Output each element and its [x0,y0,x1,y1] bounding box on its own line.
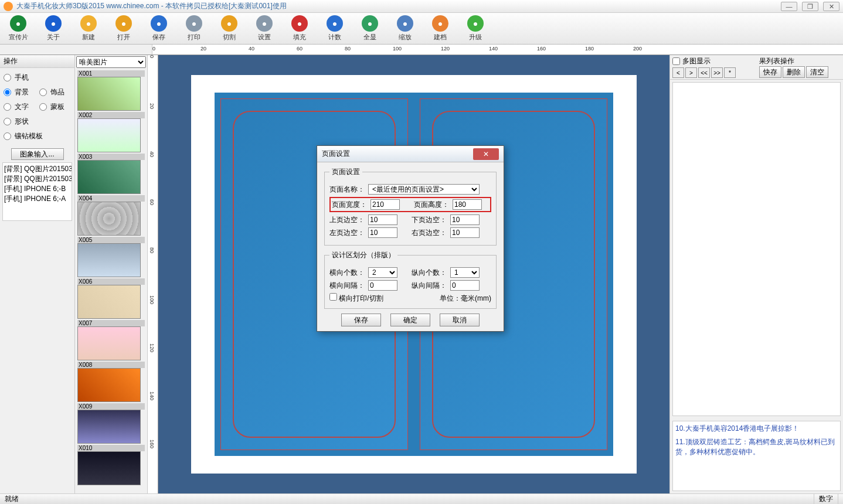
vgap-label: 纵向间隔： [412,281,447,291]
thumbnail-X008[interactable]: X008 [77,362,145,402]
main-toolbar: ●宣传片●关于●新建●打开●保存●打印●切割●设置●填充●计数●全显●缩放●建档… [0,13,843,45]
layer-item[interactable]: [背景] QQ图片20150313 [4,174,70,184]
toolbar-缩放[interactable]: ●缩放 [393,15,417,42]
toolbar-填充[interactable]: ●填充 [287,15,312,42]
thumbnail-X007[interactable]: X007 [77,320,145,360]
hgap-input[interactable] [368,280,397,291]
thumbnail-X005[interactable]: X005 [77,237,145,277]
hprint-checkbox[interactable] [329,293,337,301]
radio-shape[interactable] [4,118,11,125]
dialog-ok-button[interactable]: 确定 [390,314,430,326]
toolbar-建档[interactable]: ●建档 [428,15,453,42]
thumbnail-X009[interactable]: X009 [77,403,145,444]
vgap-input[interactable] [450,280,480,291]
radio-diamond[interactable] [4,132,11,140]
toolbar-全显[interactable]: ●全显 [358,15,382,42]
right-top-controls: 多图显示 < > << >> * 果列表操作 快存 删除 清空 [670,55,843,80]
layer-list[interactable]: [背景] QQ图片20150313[背景] QQ图片20150313[手机] I… [2,162,72,221]
thumbnail-X001[interactable]: X001 [77,70,145,111]
dialog-title-bar[interactable]: 页面设置 ✕ [317,146,504,162]
vcount-select[interactable]: 1 [450,267,480,278]
page-height-input[interactable] [453,199,482,210]
bottom-margin-input[interactable] [450,214,480,225]
nav-all[interactable]: * [724,67,736,78]
toolbar-打开[interactable]: ●打开 [111,15,136,42]
radio-text[interactable] [4,103,11,111]
nav-last[interactable]: >> [711,67,723,78]
toolbar-关于[interactable]: ●关于 [41,15,66,42]
hcount-label: 横向个数： [329,268,365,278]
left-margin-input[interactable] [368,227,397,238]
layout-legend: 设计区划分（排版） [329,250,397,260]
vertical-ruler: 020406080100120140160 [148,55,158,493]
thumbnail-panel: 唯美图片 X001X002X003X004X005X006X007X008X00… [75,55,148,493]
radio-phone-label: 手机 [15,73,29,83]
quick-save-button[interactable]: 快存 [759,66,781,78]
delete-button[interactable]: 删除 [783,66,805,78]
layer-item[interactable]: [手机] IPHONE 6;-B [4,184,70,194]
operations-title: 操作 [0,55,74,68]
page-width-label: 页面宽度： [332,200,367,210]
top-margin-label: 上页边空： [329,215,365,225]
dialog-close-button[interactable]: ✕ [473,148,499,160]
news-item-2: 11.顶级双层铸造工艺：高档鳄鱼皮,斑马纹材料已到货，多种材料优惠促销中。 [675,437,838,457]
thumbnail-X003[interactable]: X003 [77,154,145,194]
page-name-select[interactable]: <最近使用的页面设置> [368,184,480,195]
unit-label: 单位：毫米(mm) [440,294,491,304]
dialog-buttons: 保存 确定 取消 [324,314,497,326]
toolbar-打印[interactable]: ●打印 [182,15,206,42]
page-width-input[interactable] [370,199,400,210]
page-height-label: 页面高度： [414,200,449,210]
nav-next[interactable]: > [685,67,697,78]
toolbar-计数[interactable]: ●计数 [322,15,347,42]
toolbar-新建[interactable]: ●新建 [76,15,101,42]
toolbar-切割[interactable]: ●切割 [217,15,242,42]
left-margin-label: 左页边空： [329,228,365,238]
thumbnail-scroll[interactable]: X001X002X003X004X005X006X007X008X009X010 [75,69,147,493]
right-margin-input[interactable] [450,227,480,238]
thumbnail-X002[interactable]: X002 [77,112,145,152]
title-bar: 大秦手机化妆大师3D版2015 www.chinee.com - 本软件拷贝已授… [0,0,843,13]
radio-shape-label: 形状 [15,117,29,127]
news-panel: 10.大秦手机美容2014香港电子展掠影！ 11.顶级双层铸造工艺：高档鳄鱼皮,… [672,421,841,491]
category-radios: 手机 背景 饰品 文字 蒙板 形状 镶钻模板 [0,68,74,146]
minimize-button[interactable]: — [781,2,797,11]
radio-diamond-label: 镶钻模板 [15,131,43,141]
toolbar-宣传片[interactable]: ●宣传片 [6,15,30,42]
result-list[interactable] [672,82,841,416]
ruler-corner [0,45,152,55]
hcount-select[interactable]: 2 [368,267,397,278]
radio-ornament[interactable] [39,88,47,96]
page-settings-group: 页面设置 页面名称： <最近使用的页面设置> 页面宽度： 页面高度： 上页边空：… [324,167,497,246]
status-bar: 就绪 数字 [0,493,843,504]
layer-item[interactable]: [手机] IPHONE 6;-A [4,194,70,204]
window-title: 大秦手机化妆大师3D版2015 www.chinee.com - 本软件拷贝已授… [16,1,781,11]
radio-background[interactable] [4,88,11,96]
page-settings-legend: 页面设置 [329,167,362,177]
thumbnail-category-select[interactable]: 唯美图片 [76,56,146,68]
layer-item[interactable]: [背景] QQ图片20150313 [4,164,70,174]
maximize-button[interactable]: ❐ [802,2,818,11]
multi-display-checkbox[interactable] [672,57,680,65]
toolbar-升级[interactable]: ●升级 [463,15,488,42]
radio-phone[interactable] [4,74,11,81]
nav-prev[interactable]: < [672,67,684,78]
toolbar-设置[interactable]: ●设置 [252,15,277,42]
nav-first[interactable]: << [698,67,710,78]
top-margin-input[interactable] [368,214,397,225]
clear-button[interactable]: 清空 [806,66,828,78]
image-input-button[interactable]: 图象输入... [11,148,64,160]
status-left: 就绪 [5,494,19,504]
page-name-label: 页面名称： [329,185,365,195]
close-button[interactable]: ✕ [823,2,839,11]
radio-ornament-label: 饰品 [50,87,64,97]
dialog-save-button[interactable]: 保存 [341,314,381,326]
dialog-cancel-button[interactable]: 取消 [440,314,480,326]
radio-mask[interactable] [39,103,47,111]
thumbnail-X010[interactable]: X010 [77,445,145,485]
toolbar-保存[interactable]: ●保存 [147,15,171,42]
vcount-label: 纵向个数： [412,268,447,278]
thumbnail-X006[interactable]: X006 [77,278,145,319]
dialog-title: 页面设置 [322,149,473,159]
thumbnail-X004[interactable]: X004 [77,195,145,236]
